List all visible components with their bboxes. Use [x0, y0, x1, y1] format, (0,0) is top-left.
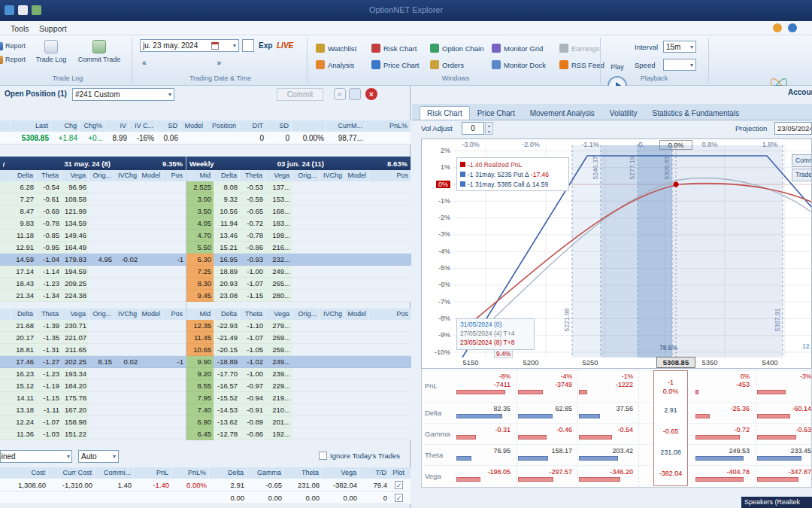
chain-row[interactable]: 7.25 18.89 -1.00 249...	[186, 266, 411, 278]
time-nav-button[interactable]	[182, 62, 192, 64]
chain-row[interactable]: 11.45 -21.49 -1.07 269...	[186, 332, 411, 344]
chain-row[interactable]: 21.34 -1.34 224.38	[0, 290, 186, 302]
chain-row[interactable]: 11.36 -1.03 151.22	[0, 428, 186, 440]
expiry-header[interactable]: Weekly 03 jun. 24 (11) 8.63%	[186, 157, 411, 170]
risk-chart[interactable]: -3.0% -2.0% -1.1% -0. 0.0% 0.8% 1.8% 2%1…	[421, 138, 812, 369]
windows-item-monitor-grid[interactable]: Monitor Grid	[492, 41, 559, 56]
chain-row[interactable]: 21.68 -1.39 230.71	[0, 320, 186, 332]
chain-row[interactable]: 13.18 -1.11 167.20	[0, 404, 186, 416]
chain-header-cell: Orig...	[292, 170, 320, 181]
reports-button-2[interactable]: Reports	[0, 53, 26, 66]
chain-row[interactable]: 6.45 -12.78 -0.86 192...	[186, 428, 411, 440]
commit-button[interactable]: Commit	[277, 88, 323, 101]
auto-select[interactable]: Auto ▾	[78, 450, 119, 463]
window-toggle-icon	[492, 60, 501, 69]
grid-view-icon[interactable]	[349, 88, 361, 100]
chain-row[interactable]: 14.59 -1.04 179.83 4.95 -0.02 -1	[0, 254, 186, 266]
speed-select[interactable]: ▾	[663, 59, 696, 71]
tab-price-chart[interactable]: Price Chart	[470, 106, 523, 120]
forward-icon[interactable]: »	[214, 59, 226, 67]
chain-row[interactable]: 16.23 -1.23 193.34	[0, 368, 186, 380]
chain-row[interactable]: 2.525 8.08 -0.53 137...	[186, 181, 411, 193]
interval-select[interactable]: 15m ▾	[663, 41, 696, 53]
plot-checkbox[interactable]	[395, 494, 403, 502]
pin-icon[interactable]	[773, 23, 782, 32]
chain-row[interactable]: 9.90 -18.89 -1.02 249...	[186, 356, 411, 368]
chain-row[interactable]: 6.28 -0.54 96.96	[0, 181, 186, 193]
windows-item-watchlist[interactable]: Watchlist	[316, 41, 371, 56]
chain-row[interactable]: 12.91 -0.95 164.49	[0, 242, 186, 254]
combined-select[interactable]: Combined ▾	[0, 450, 72, 463]
chain-row[interactable]: 18.81 -1.31 211.65	[0, 344, 186, 356]
projection-date-field[interactable]: 23/05/2024	[774, 122, 812, 135]
chain-row[interactable]: 8.55 -16.57 -0.97 229...	[186, 380, 411, 392]
chain-row[interactable]: 3.00 9.32 -0.59 153...	[186, 193, 411, 205]
ignore-trades-checkbox[interactable]	[319, 452, 327, 460]
chain-row[interactable]: 5.50 15.21 -0.86 216...	[186, 242, 411, 254]
date-input[interactable]: ju. 23 may. 2024 ▾	[140, 39, 239, 52]
chain-row[interactable]: 7.40 -14.53 -0.91 210...	[186, 404, 411, 416]
windows-item-monitor-dock[interactable]: Monitor Dock	[492, 57, 559, 72]
y-axis-label: 2%	[422, 142, 450, 159]
trade-log-button[interactable]: Trade Log	[33, 38, 69, 72]
commit-trade-button[interactable]: Commit Trade	[74, 38, 125, 72]
summary-header-cell: Model	[180, 120, 206, 132]
chain-row[interactable]: 8.47 -0.69 121.99	[0, 205, 186, 217]
chain-row[interactable]: 9.83 -0.78 134.59	[0, 217, 186, 230]
reports-button[interactable]: Reports	[0, 39, 26, 53]
position-selector[interactable]: #241 Custom ▾	[72, 88, 174, 101]
menu-tools[interactable]: Tools	[8, 23, 32, 34]
chain-row[interactable]: 12.24 -1.07 158.98	[0, 416, 186, 428]
time-nav-button[interactable]	[203, 62, 214, 64]
vol-adjust-spinner[interactable]: 0	[462, 122, 484, 135]
windows-item-earnings[interactable]: Earnings	[559, 41, 615, 56]
spinner-arrows-icon[interactable]: ▲▼	[485, 122, 493, 135]
menu-support[interactable]: Support	[36, 23, 70, 34]
chain-row[interactable]: 9.20 -17.70 -1.00 239...	[186, 368, 411, 380]
time-nav-button[interactable]	[150, 62, 161, 64]
chain-row[interactable]: 9.45 23.08 -1.15 280...	[186, 290, 411, 302]
windows-item-orders[interactable]: Orders	[430, 57, 492, 72]
time-nav-button[interactable]	[171, 62, 182, 64]
chain-row[interactable]: 17.46 -1.27 202.25 8.15 0.02 -1	[0, 356, 186, 368]
tab-movement-analysis[interactable]: Movement Analysis	[523, 106, 602, 120]
exp-date-mini-button[interactable]	[242, 39, 254, 52]
tab-risk-chart[interactable]: Risk Chart	[420, 106, 470, 120]
plot-checkbox[interactable]	[395, 481, 403, 489]
windows-item-analysis[interactable]: Analysis	[316, 57, 371, 72]
chain-row[interactable]: 3.50 10.56 -0.65 168...	[186, 205, 411, 217]
windows-item-price-chart[interactable]: Price Chart	[371, 57, 430, 72]
chevron-down-icon: ▾	[233, 42, 236, 49]
chain-row[interactable]: 4.05 11.94 -0.72 183...	[186, 217, 411, 230]
summary-header-cell: IV	[105, 120, 129, 132]
chain-row[interactable]: 7.95 -15.52 -0.94 219...	[186, 392, 411, 404]
chain-row[interactable]: 4.70 13.46 -0.78 199...	[186, 230, 411, 242]
close-position-icon[interactable]: ×	[365, 88, 377, 100]
chain-row[interactable]: 6.30 16.95 -0.93 232...	[186, 254, 411, 266]
trade-orders-button[interactable]: Trade Orders	[792, 169, 812, 181]
chain-row[interactable]: 14.11 -1.15 175.78	[0, 392, 186, 404]
chain-row[interactable]: 7.27 -0.61 108.58	[0, 193, 186, 205]
grid-row: Theta76.95158.17203.42249.53233.45	[422, 444, 811, 465]
chain-row[interactable]: 10.65 -20.15 -1.05 259...	[186, 344, 411, 356]
chain-row[interactable]: 8.30 20.93 -1.07 265...	[186, 278, 411, 290]
windows-item-risk-chart[interactable]: Risk Chart	[371, 41, 430, 56]
search-icon[interactable]: ⌕	[334, 88, 346, 100]
windows-item-option-chain[interactable]: Option Chain	[430, 41, 492, 56]
chain-row[interactable]: 6.90 -13.62 -0.89 201...	[186, 416, 411, 428]
time-nav-button[interactable]	[161, 62, 171, 64]
tab-volatility[interactable]: Volatility	[602, 106, 645, 120]
chain-row[interactable]: 20.17 -1.35 221.07	[0, 332, 186, 344]
help-icon[interactable]	[788, 23, 797, 32]
comments-button[interactable]: Comments	[792, 154, 812, 167]
app-window: OptionNET Explorer Tools Support Reports…	[0, 0, 812, 508]
rewind-icon[interactable]: «	[138, 59, 150, 67]
time-nav-button[interactable]	[192, 62, 203, 64]
chain-row[interactable]: 15.12 -1.19 184.20	[0, 380, 186, 392]
chain-row[interactable]: 11.18 -0.85 149.46	[0, 230, 186, 242]
chain-row[interactable]: 18.43 -1.23 209.25	[0, 278, 186, 290]
tab-statistics-fundamentals[interactable]: Statistics & Fundamentals	[645, 106, 747, 120]
expiry-header[interactable]: Weekly 31 may. 24 (8) 9.35%	[0, 157, 186, 170]
chain-row[interactable]: 12.35 -22.93 -1.10 279...	[186, 320, 411, 332]
chain-row[interactable]: 17.14 -1.14 194.59	[0, 266, 186, 278]
